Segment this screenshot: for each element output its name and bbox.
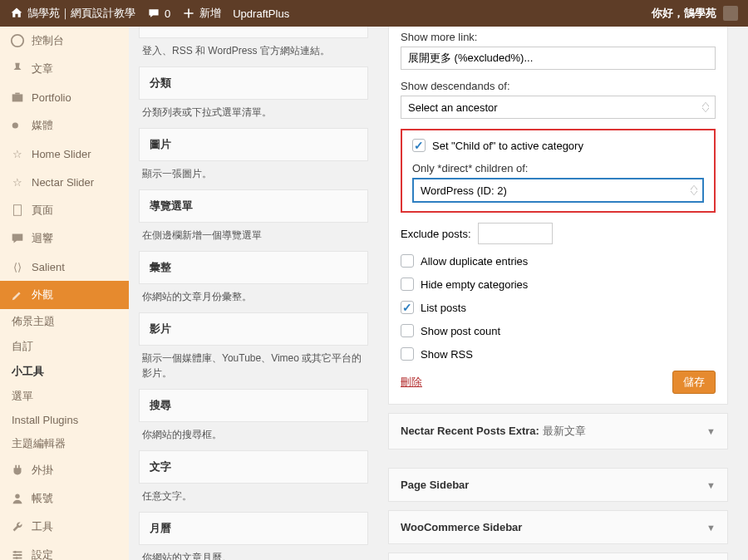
widget-item[interactable]: 圖片 (139, 128, 368, 161)
sidebar-item-salient[interactable]: ⟨⟩Salient (0, 253, 129, 281)
submenu-install-plugins[interactable]: Install Plugins (0, 409, 129, 431)
page-icon (10, 203, 25, 218)
submenu-menus[interactable]: 選單 (0, 384, 129, 409)
portfolio-icon (10, 90, 25, 105)
direct-children-label: Only *direct* children of: (412, 162, 704, 174)
widget-item[interactable]: 彙整 (139, 251, 368, 284)
widget-item[interactable]: 月曆 (139, 512, 368, 545)
add-new-link[interactable]: 新增 (182, 6, 221, 21)
submenu-themes[interactable]: 佈景主題 (0, 309, 129, 334)
panel-extra-sidebar[interactable]: Extra Sidebar ▼ (388, 553, 728, 560)
sidebar-item-settings[interactable]: 設定 (0, 541, 129, 560)
appearance-submenu: 佈景主題 自訂 小工具 選單 Install Plugins 主題編輯器 (0, 309, 129, 456)
show-rss-checkbox[interactable] (401, 347, 414, 361)
svg-rect-1 (12, 94, 23, 101)
sidebar-item-users[interactable]: 帳號 (0, 484, 129, 513)
show-rss-label: Show RSS (421, 348, 473, 361)
sidebar-item-tools[interactable]: 工具 (0, 513, 129, 541)
widget-desc: 登入、RSS 和 WordPress 官方網站連結。 (139, 38, 368, 61)
comment-count: 0 (165, 7, 170, 20)
descendants-label: Show descendands of: (401, 80, 716, 92)
sidebar-item-plugins[interactable]: 外掛 (0, 456, 129, 484)
show-more-input[interactable] (401, 47, 716, 70)
show-post-count-label: Show post count (421, 325, 500, 337)
greeting: 你好，鵠學苑 (652, 6, 716, 21)
widget-item[interactable]: 影片 (139, 312, 368, 346)
show-more-label: Show more link: (401, 31, 716, 43)
widget-item[interactable]: 文字 (139, 450, 368, 484)
available-widgets: 登入、RSS 和 WordPress 官方網站連結。 分類 分類列表或下拉式選單… (129, 27, 378, 560)
exclude-posts-input[interactable] (478, 223, 553, 244)
sidebar-item-posts[interactable]: 文章 (0, 55, 129, 83)
account-link[interactable]: 你好，鵠學苑 (652, 6, 738, 21)
comments-link[interactable]: 0 (147, 7, 170, 20)
sidebar-item-comments[interactable]: 迴響 (0, 224, 129, 253)
widget-item[interactable]: 搜尋 (139, 389, 368, 422)
widget-item[interactable]: 分類 (139, 66, 368, 100)
admin-sidebar: 控制台 文章 Portfolio 媒體 ☆Home Slider ☆Nectar… (0, 27, 129, 560)
settings-icon (10, 548, 25, 560)
wrench-icon (10, 519, 25, 534)
panel-woo-sidebar[interactable]: WooCommerce Sidebar ▼ (388, 510, 728, 544)
svg-point-4 (15, 494, 19, 499)
plus-icon (182, 7, 195, 20)
show-post-count-checkbox[interactable] (401, 324, 414, 337)
list-posts-checkbox[interactable] (401, 301, 414, 314)
widget-item[interactable] (139, 27, 368, 38)
sidebar-item-dashboard[interactable]: 控制台 (0, 27, 129, 55)
allow-duplicate-checkbox[interactable] (401, 254, 414, 268)
chevron-down-icon: ▼ (706, 523, 716, 533)
sidebar-item-pages[interactable]: 頁面 (0, 196, 129, 224)
sidebar-item-nectar-slider[interactable]: ☆Nectar Slider (0, 168, 129, 196)
sidebar-item-home-slider[interactable]: ☆Home Slider (0, 140, 129, 168)
list-posts-label: List posts (421, 302, 466, 314)
add-new-label: 新增 (199, 6, 221, 21)
child-of-checkbox[interactable] (412, 139, 426, 152)
comment-icon (147, 7, 160, 20)
sidebar-item-media[interactable]: 媒體 (0, 111, 129, 140)
svg-point-6 (18, 554, 21, 557)
widget-form: Show more link: Show descendands of: Sel… (388, 27, 728, 405)
avatar (723, 6, 738, 21)
updraft-link[interactable]: UpdraftPlus (233, 7, 289, 20)
brush-icon (10, 287, 25, 302)
widget-desc: 分類列表或下拉式選單清單。 (139, 100, 368, 123)
site-link[interactable]: 鵠學苑｜網頁設計教學 (10, 6, 135, 21)
widget-desc: 你網站的文章月曆。 (139, 545, 368, 560)
panel-page-sidebar[interactable]: Page Sidebar ▼ (388, 468, 728, 502)
save-button[interactable]: 儲存 (672, 371, 716, 394)
direct-children-select[interactable]: WordPress (ID: 2) (412, 178, 704, 203)
svg-point-2 (12, 122, 18, 128)
admin-toolbar: 鵠學苑｜網頁設計教學 0 新增 UpdraftPlus 你好，鵠學苑 (0, 0, 748, 27)
comment-icon (10, 231, 25, 246)
widget-desc: 在側邊欄新增一個導覽選單 (139, 223, 368, 246)
descendants-select[interactable]: Select an ancestor (401, 96, 716, 119)
widget-desc: 你網站的搜尋框。 (139, 422, 368, 445)
salient-icon: ⟨⟩ (10, 259, 25, 274)
user-icon (10, 491, 25, 506)
submenu-theme-editor[interactable]: 主題編輯器 (0, 431, 129, 456)
sidebar-item-appearance[interactable]: 外觀 (0, 281, 129, 309)
submenu-widgets[interactable]: 小工具 (0, 359, 129, 384)
site-name: 鵠學苑｜網頁設計教學 (27, 6, 135, 21)
widget-desc: 你網站的文章月份彙整。 (139, 284, 368, 307)
chevron-down-icon: ▼ (706, 426, 716, 436)
widget-desc: 顯示一張圖片。 (139, 161, 368, 184)
sidebar-item-portfolio[interactable]: Portfolio (0, 83, 129, 111)
chevron-down-icon: ▼ (706, 480, 716, 490)
updraft-label: UpdraftPlus (233, 7, 289, 20)
widget-desc: 顯示一個媒體庫、YouTube、Vimeo 或其它平台的影片。 (139, 346, 368, 384)
star-icon: ☆ (10, 146, 25, 161)
widget-desc: 任意文字。 (139, 484, 368, 507)
home-icon (10, 7, 23, 20)
media-icon (10, 118, 25, 133)
submenu-customize[interactable]: 自訂 (0, 334, 129, 359)
allow-duplicate-label: Allow duplicate entries (421, 255, 528, 268)
widget-item[interactable]: 導覽選單 (139, 189, 368, 223)
delete-link[interactable]: 刪除 (401, 375, 422, 390)
hide-empty-checkbox[interactable] (401, 278, 414, 291)
star-icon: ☆ (10, 174, 25, 189)
panel-recent-posts[interactable]: Nectar Recent Posts Extra: 最新文章 ▼ (388, 413, 728, 449)
dashboard-icon (10, 33, 25, 48)
plugin-icon (10, 463, 25, 478)
